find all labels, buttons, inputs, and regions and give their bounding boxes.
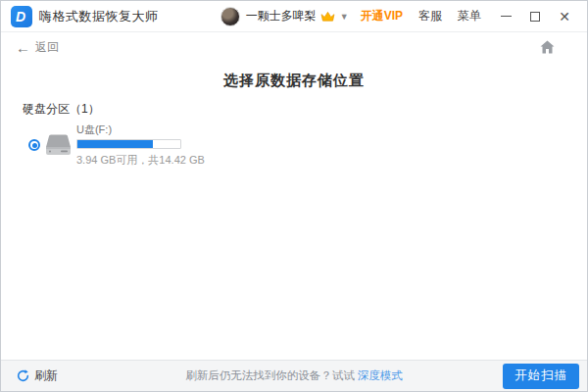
start-scan-button[interactable]: 开始扫描 — [503, 364, 579, 389]
deep-mode-link[interactable]: 深度模式 — [358, 369, 403, 381]
refresh-button[interactable]: 刷新 — [17, 368, 58, 384]
drive-usage-fill — [77, 140, 153, 148]
minimize-button[interactable] — [493, 6, 518, 27]
back-arrow-icon: ← — [16, 40, 30, 55]
titlebar-right: 一颗士多啤梨 ▼ 开通VIP 客服 菜单 ✕ — [220, 6, 577, 27]
back-label: 返回 — [35, 39, 59, 56]
toolbar: ← 返回 — [1, 32, 587, 62]
page-title: 选择原数据存储位置 — [1, 72, 587, 90]
close-button[interactable]: ✕ — [552, 6, 577, 27]
app-title: 嗨格式数据恢复大师 — [39, 8, 159, 25]
username[interactable]: 一颗士多啤梨 — [246, 8, 317, 24]
footer-bar: 刷新 刷新后仍无法找到你的设备？试试深度模式 开始扫描 — [1, 360, 587, 391]
app-logo-icon: D — [11, 6, 32, 27]
drive-name: U盘(F:) — [76, 122, 205, 137]
maximize-button[interactable] — [522, 6, 548, 27]
drive-item-f[interactable]: U盘(F:) 3.94 GB可用，共14.42 GB — [28, 122, 205, 168]
crown-vip-icon — [320, 11, 335, 23]
main-content: 选择原数据存储位置 硬盘分区（1） U盘(F:) 3.94 GB可用，共14.4… — [1, 62, 587, 360]
app-window: D 嗨格式数据恢复大师 一颗士多啤梨 ▼ 开通VIP 客服 菜单 ✕ ← 返回 — [0, 0, 588, 392]
open-vip-button[interactable]: 开通VIP — [361, 8, 403, 24]
hint-text: 刷新后仍无法找到你的设备？试试 — [185, 369, 355, 381]
hard-drive-icon — [45, 134, 72, 157]
refresh-icon — [17, 369, 29, 382]
home-icon — [540, 40, 555, 54]
menu-button[interactable]: 菜单 — [458, 8, 481, 24]
user-avatar[interactable] — [220, 7, 240, 26]
title-bar: D 嗨格式数据恢复大师 一颗士多啤梨 ▼ 开通VIP 客服 菜单 ✕ — [1, 1, 587, 32]
chevron-down-icon[interactable]: ▼ — [340, 12, 349, 22]
footer-hint: 刷新后仍无法找到你的设备？试试深度模式 — [1, 368, 587, 383]
drive-usage-bar — [76, 139, 181, 149]
partition-section-label: 硬盘分区（1） — [23, 101, 100, 118]
customer-support-button[interactable]: 客服 — [418, 8, 442, 24]
drive-radio-selected[interactable] — [28, 139, 40, 151]
home-button[interactable] — [540, 40, 555, 54]
refresh-label: 刷新 — [34, 368, 58, 384]
back-button[interactable]: ← 返回 — [16, 39, 59, 56]
drive-capacity-text: 3.94 GB可用，共14.42 GB — [76, 153, 205, 168]
